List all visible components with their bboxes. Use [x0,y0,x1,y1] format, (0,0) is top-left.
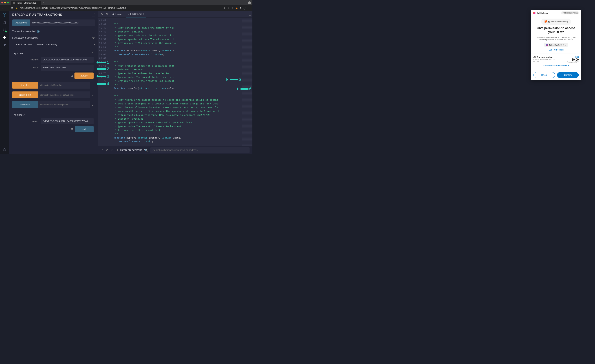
value-input[interactable] [41,64,94,71]
balanceof-header[interactable]: balanceOf ⌃ [14,112,94,118]
approve-function-block: approve ⌃ spender: value: ⧉ transact [12,50,95,79]
listen-label: listen on network [120,149,142,152]
owner-input[interactable] [41,118,94,124]
at-address-button[interactable]: At Address [12,20,30,26]
approve-header[interactable]: approve ⌃ [14,50,94,57]
value-label: value: [14,66,39,69]
at-address-row: At Address [12,20,95,26]
allowance-row: allowance ⌄ [12,101,95,108]
zoom-icon[interactable]: ⊕ [223,7,226,9]
browser-tab[interactable]: Remix - Ethereum IDE × [11,1,41,5]
svg-rect-3 [4,22,6,24]
expand-panel-icon[interactable]: ↔ [249,14,252,17]
code-editor: ↔ ⊖ ⊕ ◉ Home ⟡ IERC20.sol × 41 42 43 44 … [98,11,252,154]
file-explorer-icon[interactable] [2,20,7,25]
compiler-success-badge-icon [5,31,7,32]
call-button[interactable]: call [75,126,94,132]
minimize-window-icon[interactable] [4,2,6,3]
approve-value-row: value: [14,64,94,71]
at-address-input[interactable] [30,20,95,26]
chevron-up-icon[interactable]: ⌃ [92,114,94,116]
callout-4: 4 [95,82,109,86]
extensions-icon[interactable]: ✦ [240,7,242,9]
contract-instance-row: ⌄ IERC20 AT 0X000...00802 (BLOCKCHAIN) ⧉… [12,42,95,48]
panel-doc-icon[interactable] [92,13,95,16]
chevron-up-icon[interactable]: ⌃ [92,52,94,55]
transact-button[interactable]: transact [74,72,94,79]
share-icon[interactable]: ⇧ [227,7,230,9]
chevron-down-icon[interactable]: ⌄ [12,43,14,46]
panel-title: DEPLOY & RUN TRANSACTIONS [12,13,62,17]
approve-action-row: ⧉ transact [14,72,94,79]
code-minimap[interactable] [242,18,252,146]
copy-icon[interactable]: ⧉ [71,74,73,77]
solidity-file-icon: ⟡ [128,13,129,15]
home-icon: ◉ [112,13,114,15]
maximize-window-icon[interactable] [7,2,9,3]
allowance-button[interactable]: allowance [12,101,38,108]
settings-icon[interactable] [2,148,7,152]
panel-header: DEPLOY & RUN TRANSACTIONS [12,13,95,17]
balanceof-function-block: balanceOf ⌃ owner: ⧉ call [12,112,95,132]
reload-button[interactable]: ⟳ [11,7,13,9]
transfer-button[interactable]: transfer [12,82,38,89]
compiler-icon[interactable] [2,28,7,32]
callout-6: 6 [237,86,251,91]
approve-label: approve [14,52,23,55]
listen-checkbox[interactable] [115,149,118,151]
url-text[interactable]: remix.ethereum.org/#optimize=false&runs=… [20,7,221,9]
profile-icon[interactable]: ◯ [243,7,246,9]
spender-input[interactable] [41,57,94,63]
chevron-down-icon[interactable]: ⌄ [90,82,95,89]
trash-icon[interactable]: 🗑 [92,36,95,40]
remix-sidebar [0,11,9,154]
svg-point-1 [4,14,5,15]
copy-icon[interactable]: ⧉ [91,43,92,46]
deploy-icon[interactable] [2,35,7,40]
browser-toolbar-icons: ⊕ ⇧ ☆ ◉ ✦ ◯ ⋮ [223,7,251,9]
terminal-clear-icon[interactable]: ⊘ [106,149,108,152]
deployed-contracts-label: Deployed Contracts [12,36,38,40]
home-tab[interactable]: ◉ Home [111,11,123,17]
chevron-down-icon[interactable]: ⌄ [93,30,95,33]
copy-icon[interactable]: ⧉ [71,128,73,131]
transfer-row: transfer ⌄ [12,82,95,89]
zoom-out-icon[interactable]: ⊖ [100,13,103,16]
remove-contract-icon[interactable]: × [94,43,95,46]
lock-icon[interactable]: 🔒 [15,7,18,9]
terminal-collapse-icon[interactable]: ⌃ [101,149,104,152]
metamask-ext-icon[interactable]: ◉ [235,7,238,9]
menu-icon[interactable]: ⋮ [248,7,251,9]
code-lines[interactable]: /** * @dev Function to check the amount … [108,18,242,146]
file-tab[interactable]: ⟡ IERC20.sol × [126,11,146,17]
owner-label: owner: [14,120,39,122]
terminal-bar: ⌃ ⊘ 0 listen on network 🔍 [98,146,252,154]
chevron-down-icon[interactable]: ⌄ [90,101,95,108]
plugin-icon[interactable] [2,43,7,47]
bookmark-icon[interactable]: ☆ [231,7,234,9]
balanceof-label: balanceOf [14,114,25,116]
balanceof-owner-row: owner: [14,118,94,124]
deployed-contracts-header: Deployed Contracts 🗑 [12,35,95,42]
incognito-icon: ⬤ [248,1,251,4]
search-icon[interactable]: 🔍 [144,149,148,152]
chevron-down-icon[interactable]: ⌄ [90,92,95,98]
back-button[interactable]: ← [2,7,4,9]
deploy-run-panel: DEPLOY & RUN TRANSACTIONS At Address Tra… [9,11,98,154]
remix-logo-icon[interactable] [2,13,7,17]
window-controls [1,2,9,3]
transferfrom-button[interactable]: transferFrom [12,92,38,98]
tx-recorded-row[interactable]: Transactions recorded 2 ⌄ [12,28,95,35]
close-tab-icon[interactable]: × [143,13,144,15]
transfer-input[interactable] [38,82,90,89]
transferfrom-input[interactable] [38,92,90,98]
tab-close-icon[interactable]: × [38,2,39,4]
new-tab-button[interactable]: + [43,1,44,4]
file-tab-label: IERC20.sol [130,13,142,15]
zoom-in-icon[interactable]: ⊕ [106,13,108,16]
callout-1: 1 [95,60,109,65]
allowance-input[interactable] [38,101,90,108]
transferfrom-row: transferFrom ⌄ [12,92,95,98]
close-window-icon[interactable] [1,2,3,3]
terminal-search-input[interactable] [150,147,249,153]
